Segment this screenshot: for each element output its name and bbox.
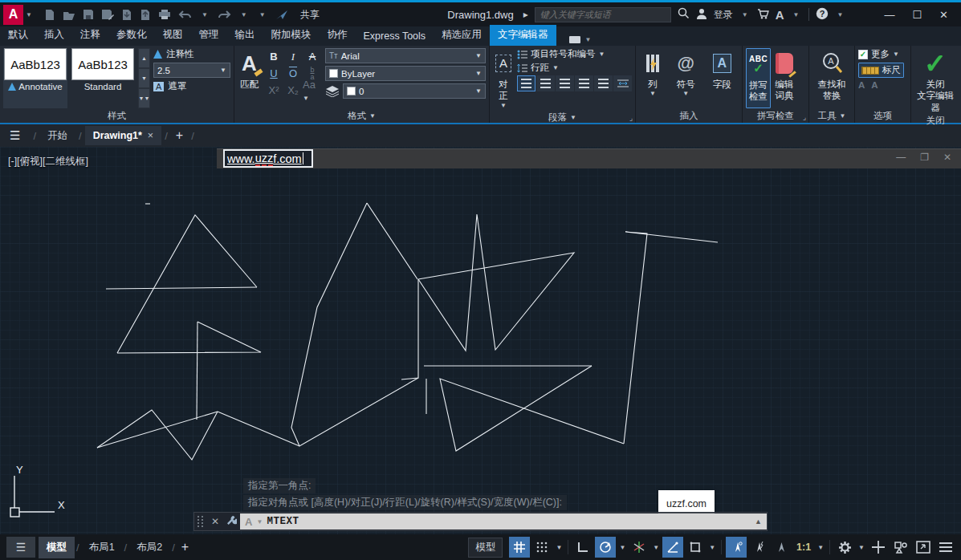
command-expand-icon[interactable]: ▲ bbox=[755, 517, 762, 526]
bold-button[interactable]: B bbox=[270, 51, 277, 63]
new-file-icon[interactable] bbox=[44, 9, 55, 21]
more-options-button[interactable]: ✓更多▼ bbox=[858, 48, 899, 60]
paragraph-spacing-button[interactable] bbox=[613, 75, 632, 91]
underline-button[interactable]: U bbox=[270, 67, 277, 79]
file-tabs-menu-icon[interactable]: ☰ bbox=[0, 128, 30, 143]
columns-button[interactable]: 列 ▼ bbox=[644, 48, 662, 108]
osnap-caret-icon[interactable]: ▼ bbox=[707, 544, 717, 551]
isolate-objects-button[interactable] bbox=[890, 537, 911, 558]
font-dropdown[interactable]: TᴛArial▼ bbox=[325, 48, 486, 63]
help-icon[interactable]: ? bbox=[816, 7, 829, 22]
layout1-tab[interactable]: 布局1 bbox=[81, 537, 123, 558]
snap-caret-icon[interactable]: ▼ bbox=[554, 544, 564, 551]
open-file-icon[interactable] bbox=[63, 9, 75, 21]
command-prompt-icon[interactable]: A bbox=[245, 516, 252, 528]
overline-button[interactable]: O bbox=[289, 67, 297, 79]
align-center-button[interactable] bbox=[536, 75, 555, 91]
app-menu-caret-icon[interactable]: ▼ bbox=[26, 11, 32, 18]
drawing-canvas[interactable]: — ❐ ✕ www.uzzf.com [-][俯视][二维线框] Y X 指定第… bbox=[0, 147, 961, 534]
edit-dictionaries-button[interactable]: 编辑 词典 bbox=[772, 48, 796, 108]
panel-label-format[interactable]: 格式▼ bbox=[234, 108, 489, 123]
panel-label-insert[interactable]: 插入 bbox=[636, 108, 742, 123]
scale-caret-icon[interactable]: ▼ bbox=[816, 544, 825, 551]
tab-manage[interactable]: 管理 bbox=[191, 25, 227, 46]
panel-label-spellcheck[interactable]: 拼写检查⌟ bbox=[743, 108, 808, 123]
signin-caret-icon[interactable]: ▼ bbox=[742, 11, 748, 18]
dialog-launcher-icon[interactable]: ⌟ bbox=[629, 114, 633, 122]
isodraft-caret-icon[interactable]: ▼ bbox=[651, 544, 661, 551]
signin-label[interactable]: 登录 bbox=[714, 8, 733, 22]
new-drawing-button[interactable]: + bbox=[171, 128, 188, 143]
command-line-bar[interactable]: ✕ A ▼ MTEXT ▲ bbox=[193, 512, 768, 531]
line-spacing-button[interactable]: 行距▼ bbox=[517, 62, 632, 74]
annotation-scale-button[interactable] bbox=[771, 537, 792, 558]
model-space-button[interactable]: 模型 bbox=[468, 538, 503, 558]
spell-check-button[interactable]: ABC✓ 拼写 检查 bbox=[746, 48, 771, 108]
command-grip-handle[interactable] bbox=[197, 516, 205, 527]
annotation-visibility-toggle[interactable] bbox=[726, 537, 747, 558]
bullets-numbering-button[interactable]: 项目符号和编号▼ bbox=[517, 48, 632, 60]
tab-insert[interactable]: 插入 bbox=[36, 25, 72, 46]
polar-caret-icon[interactable]: ▼ bbox=[617, 544, 627, 551]
panel-label-style[interactable]: 样式 bbox=[0, 108, 234, 123]
close-text-editor-button[interactable]: ✓ 关闭 文字编辑器 bbox=[914, 48, 956, 115]
ortho-toggle[interactable] bbox=[572, 537, 593, 558]
layout2-tab[interactable]: 布局2 bbox=[128, 537, 170, 558]
strikethrough-button[interactable]: A bbox=[309, 51, 316, 63]
save-as-icon[interactable] bbox=[101, 9, 114, 20]
gear-caret-icon[interactable]: ▼ bbox=[857, 544, 866, 551]
open-from-web-icon[interactable] bbox=[121, 9, 132, 21]
italic-button[interactable]: I bbox=[291, 51, 295, 63]
object-snap-tracking-toggle[interactable] bbox=[662, 537, 683, 558]
tab-parametric[interactable]: 参数化 bbox=[108, 25, 155, 46]
plot-icon[interactable] bbox=[158, 9, 171, 20]
style-standard[interactable]: AaBb123 Standard bbox=[71, 48, 135, 108]
tab-output[interactable]: 输出 bbox=[227, 25, 263, 46]
justify-button[interactable]: A 对正 ▼ bbox=[493, 48, 514, 112]
align-justify-button[interactable] bbox=[575, 75, 593, 91]
align-distribute-button[interactable] bbox=[594, 75, 613, 91]
save-to-web-icon[interactable] bbox=[140, 9, 151, 21]
ruler-toggle-button[interactable]: 标尺 bbox=[858, 63, 904, 78]
customization-menu-icon[interactable] bbox=[935, 537, 956, 558]
tab-featured-apps[interactable]: 精选应用 bbox=[434, 25, 490, 46]
panel-label-tools[interactable]: 工具▼ bbox=[809, 108, 854, 123]
recent-commands-caret-icon[interactable]: ▼ bbox=[256, 518, 263, 526]
scale-value[interactable]: 1:1 bbox=[793, 537, 814, 558]
apps-caret-icon[interactable]: ▼ bbox=[793, 11, 800, 18]
style-annotative[interactable]: AaBb123 Annotative bbox=[3, 48, 67, 108]
gallery-up-icon[interactable]: ▲ bbox=[138, 48, 150, 68]
start-tab[interactable]: 开始 bbox=[39, 125, 75, 147]
color-dropdown[interactable]: ByLayer▼ bbox=[325, 66, 486, 81]
panel-label-close[interactable]: 关闭 bbox=[911, 115, 959, 127]
align-right-button[interactable] bbox=[556, 75, 574, 91]
polar-tracking-toggle[interactable] bbox=[595, 537, 616, 558]
tab-addins[interactable]: 附加模块 bbox=[263, 25, 320, 46]
annotative-toggle[interactable]: 注释性 bbox=[153, 48, 230, 60]
snap-toggle[interactable] bbox=[531, 537, 552, 558]
align-left-button[interactable] bbox=[517, 75, 535, 91]
search-icon[interactable] bbox=[678, 7, 690, 22]
drawing1-tab[interactable]: Drawing1*× bbox=[85, 126, 161, 145]
match-properties-button[interactable]: A 匹配 bbox=[238, 48, 261, 108]
undo-caret-icon[interactable]: ▼ bbox=[202, 11, 208, 18]
change-case-button[interactable]: Aa ▼ bbox=[303, 79, 322, 103]
panel-label-paragraph[interactable]: 段落▼⌟ bbox=[490, 112, 635, 124]
auto-scale-toggle[interactable] bbox=[748, 537, 769, 558]
dialog-launcher-icon[interactable]: ⌟ bbox=[803, 113, 806, 121]
redo-icon[interactable] bbox=[218, 10, 231, 20]
symbol-button[interactable]: @ 符号 ▼ bbox=[674, 48, 698, 108]
field-button[interactable]: A 字段 bbox=[711, 48, 735, 108]
tab-default[interactable]: 默认 bbox=[0, 25, 36, 46]
panel-label-options[interactable]: 选项 bbox=[855, 108, 910, 123]
undo-text-button[interactable]: A bbox=[858, 80, 865, 90]
tab-text-editor[interactable]: 文字编辑器 bbox=[490, 25, 556, 46]
command-close-icon[interactable]: ✕ bbox=[207, 516, 223, 527]
find-replace-button[interactable]: A 查找和 替换 bbox=[816, 48, 849, 108]
user-icon[interactable] bbox=[696, 8, 707, 22]
superscript-button[interactable]: X² bbox=[269, 84, 279, 96]
redo-caret-icon[interactable]: ▼ bbox=[241, 11, 247, 18]
share-label[interactable]: 共享 bbox=[300, 8, 320, 22]
new-layout-button[interactable]: + bbox=[177, 540, 193, 554]
text-height-field[interactable]: 2.5▼ bbox=[153, 63, 230, 78]
